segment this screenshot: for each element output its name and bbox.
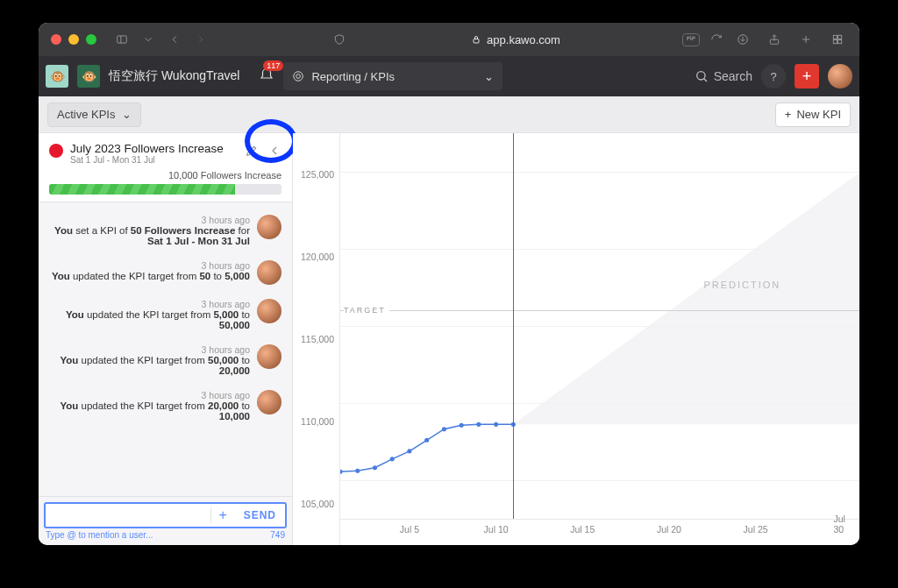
svg-point-19 [373, 465, 377, 470]
weibo-icon [49, 144, 63, 158]
workspace-avatar[interactable]: 🐵 [77, 65, 100, 88]
chevron-down-icon[interactable] [139, 30, 158, 49]
svg-point-20 [390, 457, 395, 461]
svg-point-13 [296, 74, 301, 79]
tabs-icon[interactable] [828, 30, 847, 49]
notification-count: 117 [263, 60, 283, 71]
kpi-filter-dropdown[interactable]: Active KPIs ⌄ [47, 103, 141, 127]
app-header: 🐵 🐵 悟空旅行 WukongTravel 117 Reporting / KP… [39, 56, 859, 96]
global-search[interactable]: Search [695, 69, 752, 83]
collapse-icon[interactable] [264, 140, 285, 161]
forward-icon[interactable] [191, 30, 210, 49]
svg-point-17 [340, 470, 343, 474]
profile-avatar[interactable] [828, 64, 852, 89]
kpi-chart: 105,000110,000115,000120,000125,000 TARG… [293, 133, 859, 545]
svg-marker-16 [513, 173, 859, 424]
x-tick: Jul 15 [570, 524, 595, 535]
svg-rect-10 [833, 40, 837, 44]
x-tick: Jul 5 [400, 524, 419, 535]
svg-point-23 [442, 427, 446, 431]
kpi-title: July 2023 Followers Increase [70, 142, 224, 155]
today-line [513, 133, 514, 519]
composer-hint: Type @ to mention a user... [46, 530, 153, 540]
svg-line-15 [703, 79, 706, 81]
new-kpi-label: New KPI [796, 108, 841, 121]
edit-icon[interactable] [241, 140, 262, 161]
activity-item: 3 hours agoYou updated the KPI target fr… [46, 253, 285, 292]
y-tick: 120,000 [301, 251, 334, 262]
svg-rect-8 [833, 35, 837, 39]
prediction-label: PREDICTION [703, 280, 780, 290]
kpi-card: July 2023 Followers Increase Sat 1 Jul -… [39, 133, 292, 202]
back-icon[interactable] [165, 30, 184, 49]
kpi-progress-bar [49, 184, 282, 195]
shield-icon[interactable] [330, 30, 349, 49]
svg-point-21 [407, 449, 411, 453]
svg-point-14 [696, 72, 704, 80]
avatar [257, 390, 282, 414]
avatar [257, 260, 282, 285]
workspace-name: 悟空旅行 WukongTravel [109, 68, 239, 84]
x-tick: Jul 25 [744, 524, 768, 535]
kpi-metric-label: 10,000 Followers Increase [49, 170, 282, 181]
x-tick: Jul 30 [833, 514, 851, 535]
activity-item: 3 hours agoYou updated the KPI target fr… [46, 292, 285, 337]
notifications-button[interactable]: 117 [259, 67, 274, 86]
url-host: app.kawo.com [487, 33, 560, 46]
share-icon[interactable] [765, 30, 784, 49]
target-label: TARGET [344, 306, 389, 315]
svg-point-24 [460, 423, 464, 428]
composer-char-limit: 749 [270, 530, 285, 540]
workspace-selector[interactable]: 悟空旅行 WukongTravel [109, 68, 239, 84]
y-tick: 115,000 [301, 334, 334, 344]
comment-input[interactable] [46, 509, 210, 521]
svg-point-25 [476, 422, 481, 427]
address-bar[interactable]: app.kawo.com [471, 33, 560, 46]
pip-badge[interactable]: ᴾⁱᴾ [682, 33, 700, 46]
download-icon[interactable] [733, 30, 752, 49]
breadcrumb-label: Reporting / KPIs [311, 70, 395, 83]
sidebar-icon[interactable] [112, 30, 132, 49]
svg-point-18 [355, 469, 360, 473]
window-close[interactable] [51, 34, 61, 45]
kpi-date-range: Sat 1 Jul - Mon 31 Jul [70, 155, 224, 165]
svg-rect-2 [474, 39, 479, 44]
search-label: Search [714, 69, 752, 83]
activity-feed: 3 hours agoYou set a KPI of 50 Followers… [39, 202, 292, 496]
comment-composer[interactable]: + SEND [44, 502, 287, 528]
app-logo[interactable]: 🐵 [46, 65, 68, 88]
send-button[interactable]: SEND [235, 509, 285, 521]
window-minimize[interactable] [68, 34, 79, 45]
svg-rect-0 [118, 36, 127, 43]
activity-item: 3 hours agoYou updated the KPI target fr… [46, 383, 285, 429]
new-tab-icon[interactable] [796, 30, 816, 49]
attach-button[interactable]: + [210, 507, 235, 523]
y-tick: 125,000 [301, 169, 334, 180]
avatar [257, 215, 282, 239]
svg-point-12 [294, 72, 303, 81]
svg-point-26 [494, 422, 498, 427]
avatar [257, 344, 282, 369]
kpi-filter-label: Active KPIs [57, 108, 115, 121]
y-tick: 105,000 [301, 499, 334, 509]
help-button[interactable]: ? [761, 64, 786, 89]
svg-rect-9 [838, 35, 842, 39]
window-zoom[interactable] [86, 34, 96, 45]
x-tick: Jul 20 [657, 524, 681, 535]
reload-icon[interactable] [707, 30, 726, 49]
new-kpi-button[interactable]: + New KPI [775, 103, 851, 127]
x-tick: Jul 10 [484, 524, 509, 535]
browser-toolbar: app.kawo.com ᴾⁱᴾ [39, 23, 859, 56]
y-tick: 110,000 [301, 416, 334, 427]
activity-item: 3 hours agoYou updated the KPI target fr… [46, 337, 285, 383]
add-button[interactable]: + [795, 64, 819, 89]
breadcrumb-dropdown[interactable]: Reporting / KPIs ⌄ [283, 62, 502, 90]
svg-point-22 [424, 438, 429, 443]
subtoolbar: Active KPIs ⌄ + New KPI [39, 96, 859, 133]
activity-item: 3 hours agoYou set a KPI of 50 Followers… [46, 208, 285, 253]
svg-rect-11 [838, 40, 842, 44]
avatar [257, 299, 282, 323]
